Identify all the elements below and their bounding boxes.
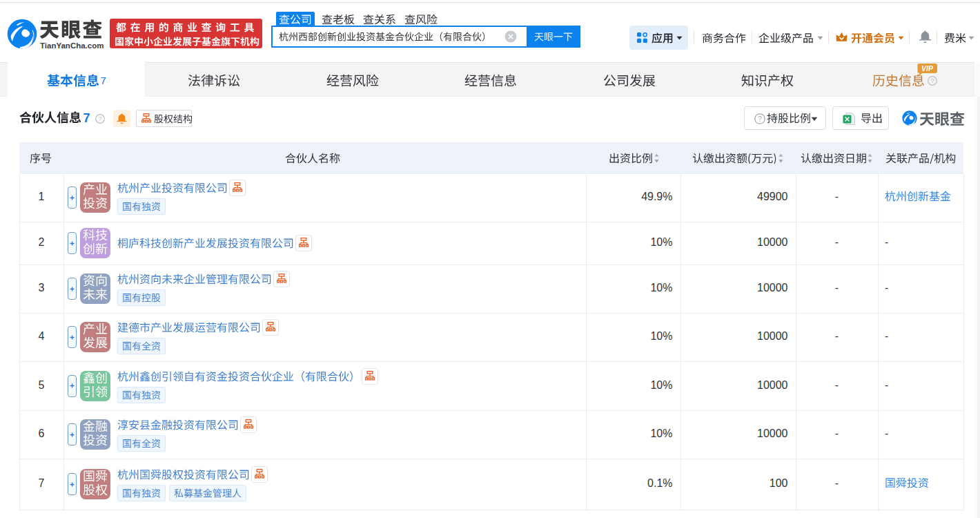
svg-text:?: ? xyxy=(758,115,762,122)
svg-text:VIP: VIP xyxy=(921,64,934,73)
svg-text:?: ? xyxy=(98,115,101,122)
svg-text:?: ? xyxy=(930,77,934,84)
